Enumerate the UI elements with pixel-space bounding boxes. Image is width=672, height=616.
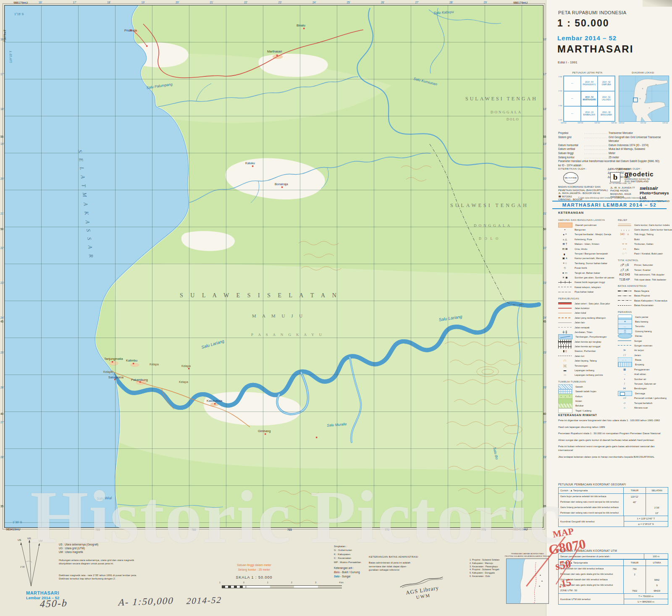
legend-swatch-glyph-bl: ☼ — [618, 406, 631, 410]
index-cell: 2014 - 61LALUNDU — [598, 91, 615, 106]
legend-item-label: Hutan — [575, 400, 582, 402]
legend-item-label: Belukar — [575, 404, 584, 407]
north-definition: UG : Utara grid (UTM) — [59, 546, 98, 550]
metadata-row: Selang kontur. . . . . . . . . . . . . .… — [558, 155, 668, 160]
legend-swatch-ferry — [558, 334, 572, 339]
guide-table: Contoh : ▲ TanjungmatiaTIMURUTARAGrid se… — [558, 559, 668, 605]
legend-swatch-veg-hutan — [558, 398, 572, 404]
sheet-label-name: MARTHASARI — [26, 590, 59, 595]
legend-swatch-glyph: × ○ — [558, 261, 572, 265]
legend-swatch-glyph-br: 340 · ∧ — [618, 232, 631, 236]
meaning-term: Salu — [334, 575, 340, 578]
guide-row-east — [623, 577, 646, 582]
legend-item-label: Cina, Hindu — [575, 248, 587, 250]
admin-division-item: 2. Kabupaten : Mamuju — [470, 562, 499, 565]
legend-swatch-glyph: T135 KP — [618, 278, 631, 282]
index-map-title: PETUNJUK LETAK PETA — [559, 71, 616, 74]
map-sheet: S E L A T M A K A S S A RSULAWESI TENGAH… — [0, 0, 672, 616]
legend-item: Sawah — [558, 384, 616, 389]
index-cell: 2014 - 24BAMBALOKA — [581, 106, 598, 121]
geodetic-logo: geodetic — [625, 170, 654, 178]
guide-row: Grid sebelah kiri dari titik tersebut te… — [559, 566, 668, 571]
admin-division-item: 5. Kabupaten : Donggala — [470, 571, 499, 575]
legend-item: Tambangan, Penyeberangan — [558, 335, 616, 339]
metadata-leader: . . . . . . . . . . . . . . . . — [584, 147, 609, 151]
legend-item-label: Air terjun — [634, 349, 644, 351]
legend-swatch-wtr-tex: ▒ — [618, 329, 632, 334]
publisher-title: DITERBITKAN OLEH : — [558, 167, 587, 170]
legend-swatch-glyph-br: ◠ — [618, 237, 631, 241]
legend-item: ⋈Bendungan — [618, 386, 671, 391]
admin-minimap-title-line: PROPINSI SULAWESI SELATAN/SULAWESI TENGA… — [502, 555, 553, 558]
index-lon-tick: 119°15' — [578, 122, 583, 124]
guide-result-label: Koordinat UTM titik tersebut — [559, 594, 624, 604]
legend-swatch-glyph: △T △K — [618, 268, 631, 272]
executor-title: DILAKSANAKAN OLEH : — [610, 167, 642, 170]
guide-row-label: Perkiraan dari satu garis skala grid ke … — [559, 571, 623, 577]
admin-note-line: gunakan sebagai referensi — [369, 568, 432, 572]
index-cell-name: BAMBALOKA — [583, 114, 595, 116]
legend-item: →Arah aliran — [618, 372, 671, 377]
index-cell-number: — — [571, 82, 573, 85]
legend-item-label: Sumber gas alam, Sumber air panas — [575, 276, 614, 279]
diagram-tick: 119°00' — [619, 122, 625, 124]
metadata-label: Datum vertikal — [558, 147, 584, 151]
height-note-line: Satuan tinggi dalam meter — [210, 563, 298, 567]
legend-item: 340 · ∧Titik tinggi, Tebing — [618, 232, 671, 237]
svg-text:▲: ▲ — [538, 585, 541, 587]
metadata-label: Proyeksi — [558, 131, 584, 135]
legend-item-label: Kantor pemerintah, Menara — [575, 257, 604, 260]
guide-row-other — [646, 494, 668, 499]
legend-item-label: Jalan kolektor — [575, 307, 590, 309]
legend-item-label: Tambang, Sumur bahan bakar — [575, 262, 607, 265]
legend-item-label: Makam : Islam, Kristen — [575, 243, 599, 245]
admin-boundary-note-title: KETERANGAN BATAS ADMINISTRASI — [369, 555, 432, 559]
corner-northing-br: 983410mU — [513, 528, 528, 531]
legend-item-label: Stasiun, Perhentian — [575, 350, 596, 352]
sheet-title: MARTHASARI — [557, 43, 633, 55]
contour-interval-note: Satuan tinggi dalam meterSelang kontur :… — [210, 563, 298, 572]
admin-division-item: 1. Propinsi : Sulawesi Selatan — [470, 558, 499, 562]
legend-item: Jalan kereta api tunggal — [558, 344, 616, 349]
metadata-label: Datum horisontal — [558, 143, 584, 147]
legend-item-label: Sawah — [575, 385, 583, 388]
admin-division-item: 4. Propinsi : Sulawesi Tengah — [470, 568, 499, 571]
legend-item-label: Jalan kereta api rangkap — [575, 341, 601, 343]
legend-swatch-bnd1 — [618, 291, 631, 291]
metadata-value: Grid Geografi dan Grid Universal Transve… — [609, 135, 668, 143]
red-annotation-15: .15 — [558, 577, 572, 590]
legend-item-label: Jalan lori — [575, 355, 584, 357]
legend-swatch-glyph: ⊟ ⊠ — [558, 247, 572, 251]
index-lon-tick: 119°00' — [561, 122, 567, 124]
legend-item: ✶Batu karang — [618, 319, 671, 324]
guide-unit-value: 100 m — [644, 554, 668, 559]
index-lat-tick: 1°45' — [559, 119, 562, 121]
legend-item: ) (Terowongan — [558, 363, 616, 368]
index-lon-tick: 119°45' — [611, 122, 617, 124]
legend-item-label: Bendungan — [634, 387, 647, 390]
admin-boundary-note: KETERANGAN BATAS ADMINISTRASI Batas admi… — [369, 555, 432, 572]
index-cell-name: LALUNDU — [602, 99, 611, 101]
publisher-address-line: JL. RAYA JAKARTA - BOGOR KM 46 — [558, 192, 608, 195]
legend-swatch-rail1 — [558, 344, 572, 349]
legend-item-label: Sawah tadah hujan — [575, 390, 596, 393]
legend-item-label: Menara suar — [634, 406, 648, 409]
legend-item-label: Batas Propinsi — [634, 294, 650, 297]
legend-item: Batas Negara — [618, 288, 671, 293]
guide-example: Contoh : ▲ Tanjungmatia — [559, 488, 623, 493]
executor-address-line: PHONE 442425 — [610, 189, 635, 192]
legend-item-label: Lapangan terbang perintis — [575, 374, 603, 376]
legend-item-label: Danau — [635, 335, 642, 337]
legend-item: ◠Bukit — [618, 237, 671, 241]
guide-col2: SELATAN — [646, 488, 668, 493]
legend-item: ● ▭Tangki air, Bahan bakar — [558, 270, 616, 275]
legend-swatch-glyph-bl: ▦ — [618, 367, 631, 372]
legend-item-label: Sungai — [634, 340, 642, 342]
legend-swatch-glyph-bl: ≫ — [618, 348, 631, 352]
metadata-value: Transverse Mercator — [609, 131, 668, 135]
legend-swatch-wtr-tex: ﹏ — [618, 324, 632, 329]
meaning-item: Balu - Bukit / Gunung — [334, 570, 360, 574]
legend-item: / /Jeram — [618, 353, 671, 357]
legend-swatch-glyph-o: / \ — [558, 359, 572, 363]
sheet-number: Lembar 2014 – 52 — [557, 34, 617, 42]
